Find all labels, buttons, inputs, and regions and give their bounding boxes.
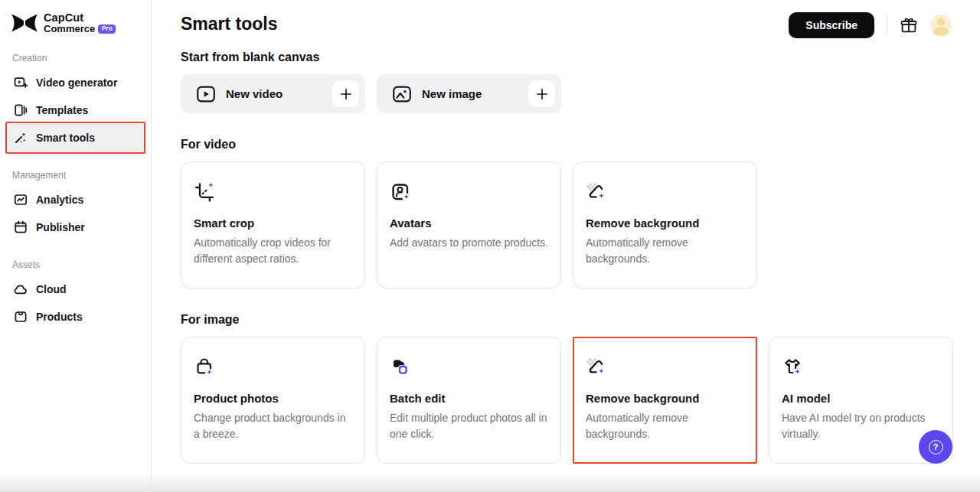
- sidebar-item-templates[interactable]: Templates: [8, 96, 143, 124]
- gift-icon: [900, 16, 918, 34]
- cloud-icon: [14, 282, 28, 296]
- blank-canvas-row: New video New image: [181, 74, 561, 113]
- new-video-plus-button[interactable]: [332, 80, 359, 107]
- plus-icon: [534, 86, 550, 102]
- batch-edit-icon: [390, 357, 411, 378]
- card-title: Remove background: [586, 217, 744, 230]
- avatar[interactable]: [930, 15, 952, 36]
- question-mark-icon: ?: [929, 440, 943, 455]
- card-description: Have AI model try on products virtually.: [782, 410, 940, 442]
- sidebar-item-smart-tools[interactable]: Smart tools: [8, 124, 143, 152]
- card-title: Smart crop: [194, 217, 352, 230]
- smart-crop-card[interactable]: Smart crop Automatically crop videos for…: [181, 161, 365, 288]
- card-description: Add avatars to promote products.: [390, 235, 548, 251]
- nav-section-label-assets: Assets: [12, 259, 139, 270]
- for-image-row: Product photos Change product background…: [181, 337, 953, 464]
- avatars-icon: [390, 181, 411, 203]
- blank-canvas-heading: Start from blank canvas: [181, 51, 319, 64]
- sidebar-item-analytics[interactable]: Analytics: [8, 186, 143, 213]
- smart-tools-icon: [14, 131, 28, 145]
- video-generator-icon: [14, 76, 28, 90]
- new-image-icon: [392, 84, 412, 104]
- quick-card-label: New video: [226, 87, 332, 100]
- card-title: AI model: [782, 392, 940, 405]
- for-image-heading: For image: [181, 313, 239, 327]
- sidebar-item-label: Publisher: [36, 221, 85, 233]
- brand-name: CapCut: [44, 12, 116, 24]
- templates-icon: [14, 103, 28, 117]
- for-video-row: Smart crop Automatically crop videos for…: [181, 161, 757, 288]
- card-title: Avatars: [390, 217, 548, 230]
- page-title: Smart tools: [181, 14, 278, 34]
- avatar-head: [937, 18, 945, 26]
- sidebar-item-publisher[interactable]: Publisher: [8, 213, 143, 241]
- nav-section-label-creation: Creation: [12, 53, 139, 64]
- subscribe-button[interactable]: Subscribe: [789, 12, 874, 38]
- sidebar-item-products[interactable]: Products: [8, 303, 143, 331]
- card-title: Remove background: [586, 392, 744, 405]
- header-actions: Subscribe: [789, 12, 952, 38]
- analytics-icon: [14, 193, 28, 207]
- pro-badge: Pro: [98, 24, 116, 34]
- app-logo[interactable]: CapCut Commerce Pro: [0, 0, 151, 34]
- remove-background-image-card[interactable]: Remove background Automatically remove b…: [573, 337, 757, 464]
- remove-background-video-card[interactable]: Remove background Automatically remove b…: [573, 161, 757, 288]
- capcut-logo-icon: [11, 13, 38, 33]
- brand-subname: Commerce: [44, 24, 95, 34]
- sidebar-item-label: Video generator: [36, 77, 117, 89]
- remove-background-icon: [586, 357, 607, 378]
- sidebar: CapCut Commerce Pro Creation Video gener…: [0, 0, 152, 492]
- products-icon: [14, 310, 28, 324]
- batch-edit-card[interactable]: Batch edit Edit multiple product photos …: [377, 337, 561, 464]
- card-description: Automatically remove backgrounds.: [586, 410, 744, 442]
- product-photos-icon: [194, 357, 215, 378]
- new-video-icon: [196, 84, 216, 104]
- sidebar-item-video-generator[interactable]: Video generator: [8, 69, 143, 96]
- remove-background-icon: [586, 181, 607, 203]
- card-title: Product photos: [194, 392, 352, 405]
- nav-section-label-management: Management: [12, 170, 139, 181]
- rewards-button[interactable]: [900, 16, 918, 34]
- ai-model-icon: [782, 357, 803, 378]
- sidebar-item-cloud[interactable]: Cloud: [8, 275, 143, 303]
- sidebar-item-label: Cloud: [36, 283, 67, 295]
- sidebar-item-label: Templates: [36, 104, 88, 116]
- card-description: Edit multiple product photos all in one …: [390, 410, 548, 442]
- avatars-card[interactable]: Avatars Add avatars to promote products.: [377, 161, 561, 288]
- sidebar-item-label: Products: [36, 311, 83, 323]
- header-divider: [887, 15, 887, 35]
- smart-crop-icon: [194, 181, 215, 203]
- card-description: Automatically remove backgrounds.: [586, 235, 744, 267]
- plus-icon: [338, 86, 354, 102]
- new-video-card[interactable]: New video: [181, 74, 365, 113]
- sidebar-item-label: Analytics: [36, 194, 83, 206]
- card-description: Automatically crop videos for different …: [194, 235, 352, 267]
- card-title: Batch edit: [390, 392, 548, 405]
- for-video-heading: For video: [181, 138, 236, 152]
- brand-text: CapCut Commerce Pro: [44, 12, 116, 34]
- card-description: Change product backgrounds in a breeze.: [194, 410, 352, 442]
- quick-card-label: New image: [422, 87, 528, 100]
- help-button[interactable]: ?: [919, 430, 952, 464]
- new-image-plus-button[interactable]: [528, 80, 555, 107]
- avatar-body: [933, 27, 949, 36]
- product-photos-card[interactable]: Product photos Change product background…: [181, 337, 365, 464]
- sidebar-item-label: Smart tools: [36, 132, 95, 144]
- publisher-icon: [14, 220, 28, 234]
- new-image-card[interactable]: New image: [377, 74, 561, 113]
